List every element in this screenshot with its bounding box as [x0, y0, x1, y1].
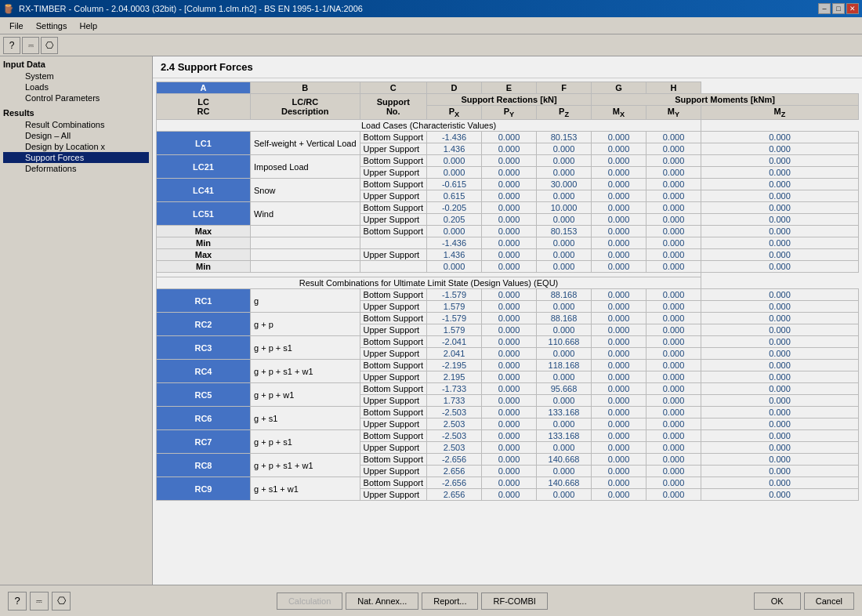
- sidebar-item-deformations[interactable]: Deformations: [3, 163, 149, 174]
- table-cell: 0.000: [701, 289, 859, 301]
- sidebar-item-result-combinations[interactable]: Result Combinations: [3, 119, 149, 130]
- table-cell: 0.000: [537, 155, 592, 167]
- report-button[interactable]: Report...: [422, 592, 478, 610]
- table-cell: Max: [157, 226, 251, 237]
- table-cell: 0.000: [482, 454, 537, 466]
- header-moments: Support Moments [kNm]: [592, 94, 859, 106]
- table-cell: 133.168: [537, 407, 592, 419]
- nat-annex-button[interactable]: Nat. Annex...: [346, 592, 418, 610]
- table-cell: 0.000: [482, 226, 537, 237]
- help-icon-button[interactable]: ?: [8, 592, 27, 611]
- table-row: MaxBottom Support0.0000.00080.1530.0000.…: [157, 226, 859, 237]
- table-cell: Bottom Support: [360, 407, 426, 419]
- col-header-e: E: [482, 82, 537, 94]
- col-main-header-row: LCRC LC/RCDescription SupportNo. Support…: [157, 94, 859, 106]
- table-cell: 0.000: [646, 489, 701, 501]
- icon-button-2[interactable]: ⎓: [30, 592, 49, 611]
- table-cell: 0.000: [646, 442, 701, 454]
- sidebar: Input Data System Loads Control Paramete…: [0, 56, 153, 585]
- close-button[interactable]: ✕: [846, 3, 859, 14]
- table-cell: 0.000: [482, 442, 537, 454]
- table-row: LC21Imposed LoadBottom Support0.0000.000…: [157, 155, 859, 167]
- table-cell: 0.000: [646, 395, 701, 407]
- table-cell: 0.000: [482, 202, 537, 214]
- table-cell: 0.000: [537, 466, 592, 477]
- menu-file[interactable]: File: [3, 20, 30, 32]
- table-cell: 0.000: [592, 202, 646, 214]
- table-row: RC4g + p + s1 + w1Bottom Support-2.1950.…: [157, 360, 859, 371]
- ok-button[interactable]: OK: [754, 592, 801, 610]
- table-cell: 0.000: [537, 348, 592, 360]
- table-cell: 0.000: [701, 226, 859, 237]
- cancel-button[interactable]: Cancel: [804, 592, 854, 610]
- table-cell: 0.000: [646, 237, 701, 249]
- table-cell: 0.205: [427, 214, 482, 226]
- menu-settings[interactable]: Settings: [30, 20, 74, 32]
- content-title: 2.4 Support Forces: [153, 56, 862, 78]
- table-cell: 0.000: [646, 167, 701, 179]
- toolbar-btn-3[interactable]: ⎔: [41, 37, 58, 54]
- table-cell: Bottom Support: [360, 226, 426, 237]
- table-cell: 0.000: [482, 477, 537, 489]
- sidebar-item-system[interactable]: System: [3, 71, 149, 82]
- maximize-button[interactable]: □: [832, 3, 845, 14]
- table-cell: 0.000: [592, 442, 646, 454]
- rc-id-cell: RC1: [157, 289, 251, 313]
- table-cell: 0.000: [592, 155, 646, 167]
- main-layout: Input Data System Loads Control Paramete…: [0, 56, 862, 585]
- rc-desc-cell: g + s1 + w1: [251, 477, 360, 501]
- table-cell: Min: [157, 237, 251, 249]
- table-cell: 0.000: [701, 132, 859, 143]
- table-cell: 118.168: [537, 360, 592, 371]
- sidebar-item-loads[interactable]: Loads: [3, 82, 149, 92]
- col-header-a: A: [157, 82, 251, 94]
- table-cell: 0.000: [482, 336, 537, 348]
- table-cell: 0.000: [482, 371, 537, 383]
- header-mz: MZ: [701, 106, 859, 120]
- menu-help[interactable]: Help: [73, 20, 103, 32]
- table-cell: Bottom Support: [360, 289, 426, 301]
- bottom-left-buttons: ? ⎓ ⎔: [8, 592, 71, 611]
- table-cell: 0.000: [701, 261, 859, 273]
- table-cell: 0.000: [537, 214, 592, 226]
- toolbar-btn-2[interactable]: ⎓: [22, 37, 39, 54]
- table-cell: 0.000: [482, 324, 537, 336]
- table-cell: 0.000: [701, 360, 859, 371]
- rc-id-cell: RC4: [157, 360, 251, 383]
- table-cell: 0.000: [646, 477, 701, 489]
- table-cell: 0.000: [646, 313, 701, 324]
- col-header-h: H: [646, 82, 701, 94]
- table-cell: Bottom Support: [360, 336, 426, 348]
- rc-desc-cell: g + s1: [251, 407, 360, 430]
- lc-id-cell: LC41: [157, 179, 251, 202]
- sidebar-item-support-forces[interactable]: Support Forces: [3, 152, 149, 163]
- table-cell: 0.000: [592, 466, 646, 477]
- sidebar-item-design-all[interactable]: Design – All: [3, 130, 149, 141]
- table-cell: 0.000: [592, 167, 646, 179]
- table-cell: 0.000: [482, 466, 537, 477]
- sidebar-item-design-location[interactable]: Design by Location x: [3, 141, 149, 152]
- table-cell: 0.000: [701, 419, 859, 430]
- table-cell: Upper Support: [360, 466, 426, 477]
- table-row: RC1gBottom Support-1.5790.00088.1680.000…: [157, 289, 859, 301]
- table-cell: 0.000: [701, 383, 859, 395]
- section2-header-row: Result Combinations for Ultimate Limit S…: [157, 277, 859, 289]
- minimize-button[interactable]: –: [818, 3, 831, 14]
- table-cell: -1.436: [427, 237, 482, 249]
- table-cell: 0.000: [482, 489, 537, 501]
- toolbar-btn-help[interactable]: ?: [3, 37, 20, 54]
- calculation-button[interactable]: Calculation: [277, 592, 342, 610]
- rc-desc-cell: g + p + s1 + w1: [251, 454, 360, 477]
- table-container[interactable]: A B C D E F G H LCRC LC/RCDescription Su…: [153, 78, 862, 585]
- rf-combi-button[interactable]: RF-COMBI: [481, 592, 547, 610]
- table-cell: 0.000: [482, 419, 537, 430]
- table-cell: 0.000: [646, 261, 701, 273]
- table-cell: Upper Support: [360, 190, 426, 202]
- table-cell: 0.000: [592, 289, 646, 301]
- table-cell: 0.000: [646, 301, 701, 313]
- table-cell: Min: [157, 261, 251, 273]
- table-cell: 0.000: [701, 237, 859, 249]
- app-icon: 🪵: [3, 4, 14, 14]
- icon-button-3[interactable]: ⎔: [52, 592, 71, 611]
- sidebar-item-control[interactable]: Control Parameters: [3, 92, 149, 103]
